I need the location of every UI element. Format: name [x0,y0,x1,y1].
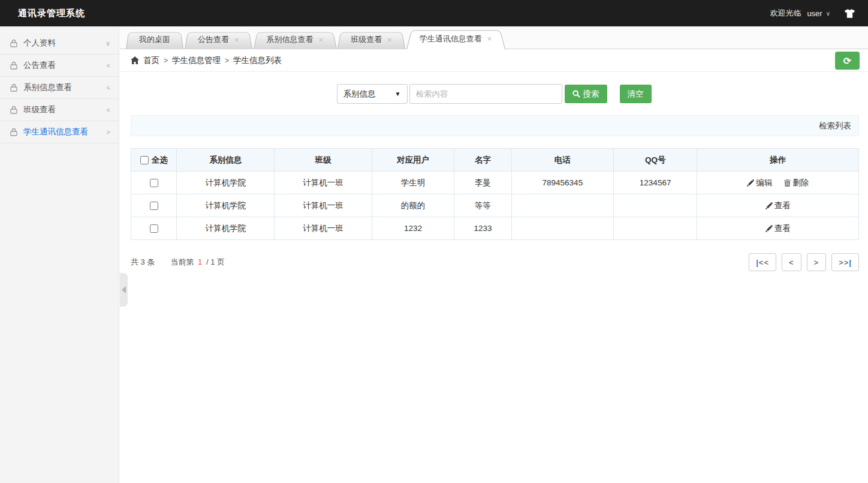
tab-my-desktop[interactable]: 我的桌面 [126,31,183,49]
breadcrumb-separator: > [164,56,168,65]
close-icon[interactable]: × [387,35,392,44]
col-header-user: 对应用户 [372,149,454,172]
breadcrumb-separator: > [225,56,229,65]
view-link[interactable]: 查看 [765,200,791,211]
edit-link[interactable]: 编辑 [747,178,772,188]
lock-icon [10,83,18,92]
sidebar-item-label: 学生通讯信息查看 [23,127,88,137]
user-dropdown[interactable]: user ∨ [807,9,830,18]
app-title: 通讯录管理系统 [18,8,85,19]
current-page-number: 1 [198,257,202,266]
breadcrumb-home[interactable]: 首页 [143,55,159,66]
sidebar-item-personal-profile[interactable]: 个人资料 ∨ [0,32,119,55]
breadcrumb-item-student-info-mgmt: 学生信息管理 [172,55,221,66]
cell-department: 计算机学院 [177,172,275,194]
welcome-text: 欢迎光临 [770,8,801,19]
edit-label: 编辑 [756,178,772,188]
sidebar-item-label: 个人资料 [23,38,56,49]
chevron-down-icon: ∨ [826,10,830,17]
sidebar-item-label: 班级查看 [23,104,56,115]
close-icon[interactable]: × [319,35,324,44]
search-icon [572,90,580,98]
close-icon[interactable]: × [234,35,239,44]
sidebar-item-announcement-view[interactable]: 公告查看 < [0,55,119,77]
pencil-icon [765,225,773,232]
select-all-checkbox[interactable] [140,156,149,164]
tab-department-info-view[interactable]: 系别信息查看 × [254,31,337,49]
chevron-down-icon: ∨ [106,40,110,47]
select-all-label: 全选 [152,155,168,166]
search-button-label: 搜索 [583,89,599,100]
cell-class: 计算机一班 [275,172,372,194]
clear-button-label: 清空 [628,89,644,100]
cell-qq [613,217,697,240]
top-bar: 通讯录管理系统 欢迎光临 user ∨ [0,0,868,26]
chevron-left-icon: < [107,62,110,69]
search-button[interactable]: 搜索 [565,85,607,103]
table-row: 计算机学院 计算机一班 的额的 等等 查看 [131,194,859,217]
row-checkbox[interactable] [150,202,158,210]
home-icon [131,56,139,64]
search-type-select[interactable]: 系别信息 ▼ [337,84,408,104]
double-chevron-right-icon: >> [839,258,849,267]
close-icon[interactable]: × [487,34,492,43]
student-contact-table: 全选 系别信息 班级 对应用户 名字 电话 QQ号 操作 计算机学院 计算机一班… [131,148,859,240]
cell-user: 的额的 [372,194,454,217]
search-row: 系别信息 ▼ 搜索 清空 [120,84,868,104]
cell-department: 计算机学院 [177,194,275,217]
tab-label: 学生通讯信息查看 [420,34,482,44]
table-row: 计算机学院 计算机一班 学生明 李曼 789456345 1234567 编辑 [131,172,859,194]
table-footer: 共 3 条 当前第 1 / 1 页 |<< < > >>| [131,253,859,271]
next-page-button[interactable]: > [807,253,827,271]
row-checkbox[interactable] [150,179,158,187]
col-header-name: 名字 [454,149,511,172]
sidebar-menu: 个人资料 ∨ 公告查看 < 系别信息查看 < 班级查看 < [0,32,119,143]
tshirt-icon[interactable] [845,9,855,18]
col-header-department: 系别信息 [177,149,275,172]
clear-button[interactable]: 清空 [620,85,652,103]
user-name: user [807,9,822,18]
lock-icon [10,128,18,136]
view-label: 查看 [774,223,791,234]
cell-name: 等等 [454,194,511,217]
cell-qq [613,194,697,217]
breadcrumb-item-student-info-list: 学生信息列表 [233,55,282,66]
search-list-label: 检索列表 [819,121,851,131]
cell-phone: 789456345 [511,172,613,194]
cell-department: 计算机学院 [177,217,275,240]
refresh-button[interactable]: ⟳ [835,52,860,70]
col-header-qq: QQ号 [613,149,697,172]
table-header-row: 全选 系别信息 班级 对应用户 名字 电话 QQ号 操作 [131,149,859,172]
tab-label: 系别信息查看 [267,34,314,45]
sidebar-item-label: 公告查看 [23,60,56,71]
col-header-phone: 电话 [511,149,613,172]
last-page-button[interactable]: >>| [831,253,859,271]
tab-class-view[interactable]: 班级查看 × [337,31,405,49]
page-indicator: 当前第 1 / 1 页 [170,257,225,268]
sidebar-item-class-view[interactable]: 班级查看 < [0,99,119,121]
cell-qq: 1234567 [613,172,697,194]
tab-strip: 我的桌面 公告查看 × 系别信息查看 × 班级查看 × 学生通讯信息查看 × [120,26,868,49]
first-page-button[interactable]: |<< [749,253,776,271]
cell-class: 计算机一班 [275,217,372,240]
cell-user: 学生明 [372,172,454,194]
pencil-icon [765,202,773,209]
search-input[interactable] [409,84,562,104]
sidebar-item-student-contact-view[interactable]: 学生通讯信息查看 > [0,121,119,143]
tab-student-contact-view[interactable]: 学生通讯信息查看 × [406,28,505,49]
delete-label: 删除 [792,178,809,188]
tab-label: 班级查看 [351,34,382,45]
prev-page-button[interactable]: < [782,253,801,271]
tab-announcement-view[interactable]: 公告查看 × [185,31,252,49]
view-link[interactable]: 查看 [765,223,791,234]
sidebar-collapse-handle[interactable] [120,273,128,307]
tab-label: 我的桌面 [139,34,170,45]
chevron-right-icon: > [107,128,110,136]
trash-icon [784,179,791,187]
delete-link[interactable]: 删除 [784,178,809,188]
sidebar-item-department-info-view[interactable]: 系别信息查看 < [0,77,119,99]
cell-phone [511,194,613,217]
chevron-left-icon: < [107,84,110,91]
row-checkbox[interactable] [150,224,158,233]
total-count: 共 3 条 [131,257,155,268]
